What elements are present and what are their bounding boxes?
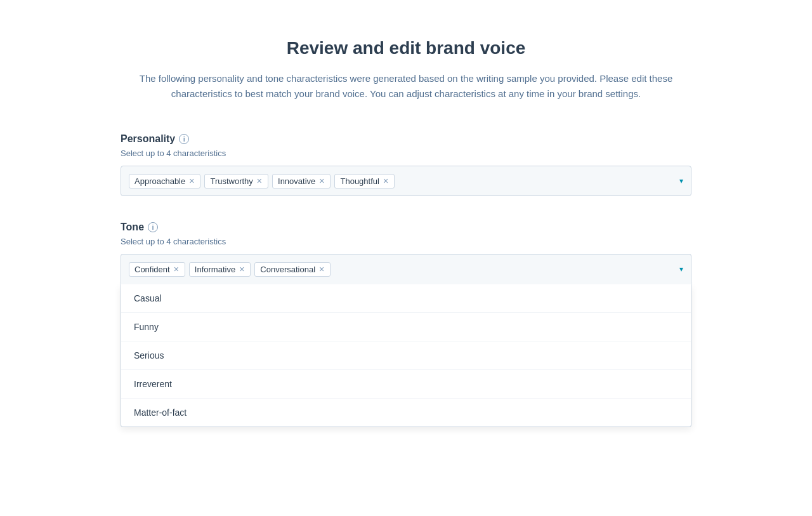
dropdown-item-funny[interactable]: Funny	[121, 313, 691, 341]
dropdown-item-irreverent[interactable]: Irreverent	[121, 370, 691, 399]
personality-info-icon[interactable]: i	[179, 134, 189, 144]
tone-hint: Select up to 4 characteristics	[121, 237, 691, 246]
tag-approachable-label: Approachable	[134, 176, 185, 186]
tag-informative-remove[interactable]: ×	[239, 265, 245, 274]
tag-conversational: Conversational ×	[254, 262, 331, 277]
tone-multiselect[interactable]: Confident × Informative × Conversational…	[121, 254, 691, 284]
personality-hint: Select up to 4 characteristics	[121, 149, 691, 158]
tag-confident: Confident ×	[129, 262, 185, 277]
tag-innovative-label: Innovative	[278, 176, 315, 186]
page-container: Review and edit brand voice The followin…	[95, 0, 717, 491]
tag-thoughtful-remove[interactable]: ×	[383, 176, 389, 185]
tag-thoughtful: Thoughtful ×	[334, 174, 395, 189]
tag-confident-remove[interactable]: ×	[173, 265, 180, 274]
tone-info-icon[interactable]: i	[148, 222, 158, 232]
tag-thoughtful-label: Thoughtful	[340, 176, 379, 186]
page-description: The following personality and tone chara…	[121, 71, 691, 102]
tag-conversational-label: Conversational	[260, 265, 315, 274]
tag-approachable: Approachable ×	[129, 174, 200, 189]
tag-approachable-remove[interactable]: ×	[188, 176, 195, 185]
tag-trustworthy-label: Trustworthy	[210, 176, 252, 186]
personality-multiselect[interactable]: Approachable × Trustworthy × Innovative …	[121, 166, 691, 196]
tag-informative-label: Informative	[195, 265, 235, 274]
dropdown-item-casual[interactable]: Casual	[121, 284, 691, 313]
tag-innovative-remove[interactable]: ×	[318, 176, 325, 185]
tone-section-header: Tone i	[121, 222, 691, 233]
page-title: Review and edit brand voice	[121, 38, 691, 58]
personality-section: Personality i Select up to 4 characteris…	[121, 133, 691, 196]
tone-dropdown-menu: Casual Funny Serious Irreverent Matter-o…	[121, 284, 691, 427]
tag-innovative: Innovative ×	[272, 174, 331, 189]
personality-section-header: Personality i	[121, 133, 691, 145]
tone-chevron-icon: ▾	[679, 265, 683, 274]
personality-chevron-icon: ▾	[679, 176, 683, 185]
tag-informative: Informative ×	[189, 262, 251, 277]
tag-conversational-remove[interactable]: ×	[318, 265, 325, 274]
tag-trustworthy-remove[interactable]: ×	[256, 176, 263, 185]
personality-label: Personality	[121, 133, 175, 145]
tone-label: Tone	[121, 222, 144, 233]
dropdown-item-matter-of-fact[interactable]: Matter-of-fact	[121, 399, 691, 427]
dropdown-item-serious[interactable]: Serious	[121, 341, 691, 370]
tone-section: Tone i Select up to 4 characteristics Co…	[121, 222, 691, 427]
tag-confident-label: Confident	[134, 265, 170, 274]
tag-trustworthy: Trustworthy ×	[204, 174, 268, 189]
